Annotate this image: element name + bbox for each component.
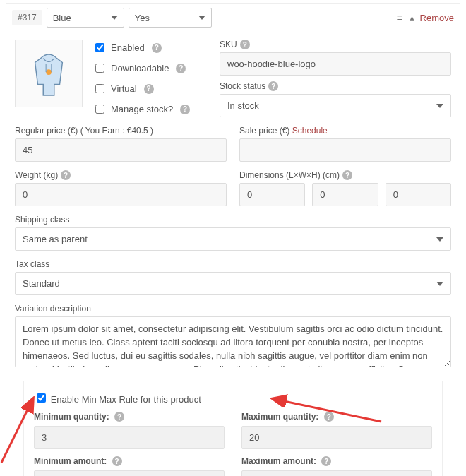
sale-price-label: Sale price (€) Schedule [239,126,451,136]
hoodie-icon [27,49,71,98]
weight-label: Weight (kg)? [15,170,227,180]
help-icon[interactable]: ? [176,64,186,73]
variation-header: #317 Blue Yes ≡ ▴ Remove [6,4,460,32]
help-icon[interactable]: ? [240,40,250,49]
description-label: Variation description [15,304,451,314]
minmax-panel: Enable Min Max Rule for this product Min… [23,381,443,476]
help-icon[interactable]: ? [144,84,154,94]
attribute-2-select[interactable]: Yes [129,8,212,28]
max-qty-input[interactable] [241,426,432,449]
collapse-icon[interactable]: ▴ [410,12,414,23]
enabled-checkbox[interactable]: Enabled ? [92,41,220,54]
dimensions-label: Dimensions (L×W×H) (cm)? [239,170,451,180]
sale-price-input[interactable] [239,138,451,162]
schedule-link[interactable]: Schedule [292,126,328,136]
dim-width-input[interactable] [312,183,378,206]
dim-height-input[interactable] [386,183,451,206]
menu-icon[interactable]: ≡ [396,12,403,23]
help-icon[interactable]: ? [61,170,71,180]
help-icon[interactable]: ? [321,456,331,466]
max-amt-label: Maximum amount: ? [241,456,432,466]
tax-class-label: Tax class [15,259,451,269]
help-icon[interactable]: ? [114,412,124,422]
min-amt-label: Minimum amount: ? [34,456,225,466]
max-amt-input[interactable] [241,470,432,476]
variation-image[interactable] [15,40,83,107]
help-icon[interactable]: ? [268,81,278,91]
help-icon[interactable]: ? [112,456,122,466]
shipping-class-label: Shipping class [15,215,451,225]
stock-status-label: Stock status? [220,81,451,91]
manage-stock-checkbox[interactable]: Manage stock? ? [92,102,220,116]
weight-input[interactable] [15,183,227,206]
variation-id-badge: #317 [12,10,42,25]
tax-class-select[interactable]: Standard [15,272,451,295]
regular-price-input[interactable] [15,138,227,162]
description-textarea[interactable]: Lorem ipsum dolor sit amet, consectetur … [15,316,451,367]
max-qty-label: Maximum quantity: ? [241,412,432,422]
help-icon[interactable]: ? [152,43,162,53]
min-qty-input[interactable] [34,426,225,449]
sku-label: SKU? [220,40,451,49]
min-qty-label: Minimum quantity: ? [34,412,225,422]
dim-length-input[interactable] [239,183,305,206]
min-amt-input[interactable] [34,470,225,476]
regular-price-label: Regular price (€) ( You Earn : €40.5 ) [15,126,227,136]
downloadable-checkbox[interactable]: Downloadable ? [92,61,220,75]
remove-link[interactable]: Remove [420,13,454,23]
help-icon[interactable]: ? [342,170,352,180]
shipping-class-select[interactable]: Same as parent [15,227,451,251]
stock-status-select[interactable]: In stock [220,94,451,117]
attribute-1-select[interactable]: Blue [47,8,124,28]
help-icon[interactable]: ? [324,412,334,422]
sku-input[interactable] [220,52,451,76]
svg-point-0 [46,69,52,75]
enable-minmax-checkbox[interactable]: Enable Min Max Rule for this product [34,394,201,405]
help-icon[interactable]: ? [180,105,190,114]
virtual-checkbox[interactable]: Virtual ? [92,82,220,95]
